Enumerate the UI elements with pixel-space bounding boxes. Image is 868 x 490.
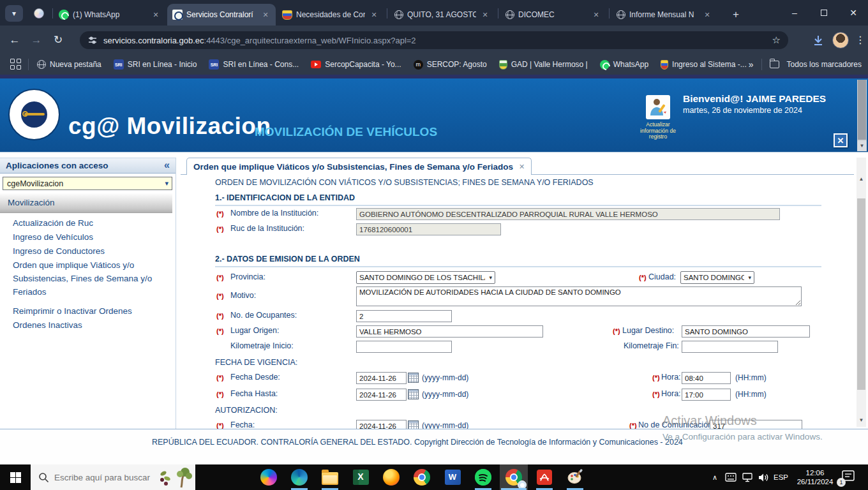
taskbar-word[interactable] [438, 464, 467, 490]
sidebar-collapse-icon[interactable]: « [164, 160, 170, 171]
outer-scrollbar[interactable]: ▼ [857, 80, 867, 151]
app-select[interactable]: cgeMovilizacion ▾ [3, 177, 172, 190]
pinned-tab[interactable] [29, 5, 49, 22]
taskbar-acrobat[interactable] [530, 464, 558, 490]
scroll-down-icon[interactable]: ▼ [857, 415, 866, 426]
tray-chevron[interactable]: ∧ [707, 464, 722, 490]
scroll-down-icon[interactable]: ▼ [857, 141, 867, 151]
page-close-button[interactable]: ✕ [834, 133, 848, 147]
taskbar-excel[interactable] [347, 464, 375, 490]
bookmark-sercop-agosto[interactable]: mSERCOP: Agosto [414, 60, 487, 70]
forward-button[interactable]: → [26, 34, 47, 47]
hora-desde-input[interactable] [682, 372, 731, 384]
tab-whatsapp[interactable]: (1) WhatsApp ✕ [54, 4, 166, 26]
tab-informe[interactable]: Informe Mensual N ✕ [611, 4, 717, 26]
tab-close-icon[interactable]: ✕ [369, 11, 379, 19]
sidebar-item-orden-viaticos[interactable]: Orden que implique Viáticos y/o Subsiste… [13, 258, 172, 299]
tab-dicomec[interactable]: DICOMEC ✕ [500, 4, 606, 26]
calendar-icon[interactable] [408, 389, 419, 399]
new-tab-button[interactable]: + [726, 4, 745, 26]
sidebar-item-reimprimir[interactable]: Reimprimir o Inactivar Ordenes [13, 304, 172, 318]
download-icon[interactable] [811, 33, 826, 48]
profile-avatar[interactable] [832, 32, 849, 48]
bookmark-star-icon[interactable]: ☆ [772, 34, 781, 46]
taskbar-firefox[interactable] [377, 464, 405, 490]
spotify-icon [475, 469, 491, 486]
update-info-avatar[interactable] [646, 95, 670, 119]
bookmark-nueva-pestana[interactable]: Nueva pestaña [37, 60, 101, 69]
address-bar[interactable]: servicios.contraloria.gob.ec:4443/cge_ar… [80, 31, 788, 49]
tab-close-icon[interactable]: ✕ [702, 11, 712, 19]
tray-volume[interactable] [758, 464, 769, 490]
ciudad-select[interactable]: SANTO DOMINGO ▾ [680, 271, 754, 284]
fecha-autorizacion-input[interactable] [356, 420, 407, 429]
taskbar-edge[interactable] [285, 464, 313, 490]
tray-clock[interactable]: 12:06 26/11/2024 [793, 464, 837, 490]
bookmark-sri-consultas[interactable]: SRISRI en Línea - Cons... [209, 59, 299, 70]
calendar-icon[interactable] [408, 420, 419, 429]
calendar-icon[interactable] [408, 373, 419, 383]
section-datos-emision: 2.- DATOS DE EMISION DE LA ORDEN [215, 255, 821, 267]
tab-close-icon[interactable]: ✕ [260, 11, 271, 19]
taskbar-search[interactable] [31, 464, 195, 490]
bookmarks-overflow-icon[interactable]: » [749, 59, 754, 70]
tab-close-icon[interactable]: ✕ [480, 11, 490, 19]
tab-close-icon[interactable]: ✕ [591, 11, 601, 19]
scroll-up-icon[interactable]: ▲ [857, 174, 866, 184]
km-fin-input[interactable] [682, 341, 778, 353]
lugar-destino-input[interactable] [682, 325, 810, 338]
all-bookmarks-label[interactable]: Todos los marcadores [787, 60, 862, 69]
hora-hasta-input[interactable] [682, 389, 731, 401]
tab-close-icon[interactable]: ✕ [151, 11, 161, 19]
km-inicio-input[interactable] [356, 341, 452, 353]
start-button[interactable] [0, 464, 31, 490]
bookmark-whatsapp[interactable]: WhatsApp [600, 60, 648, 70]
sidebar-item-actualizacion-ruc[interactable]: Actualización de Ruc [13, 216, 172, 230]
ruc-institucion-input[interactable] [356, 223, 501, 235]
bookmark-gad-valle-hermoso[interactable]: GAD | Valle Hermoso | [499, 60, 588, 70]
tray-language[interactable]: ESP [774, 464, 788, 490]
window-maximize-button[interactable] [809, 0, 839, 26]
bookmark-ingreso-sistema[interactable]: Ingreso al Sistema -... [661, 60, 747, 70]
tab-quito[interactable]: QUITO, 31 AGOSTO ✕ [389, 4, 495, 26]
taskbar-chrome[interactable] [408, 464, 436, 490]
content-scrollbar[interactable]: ▲ ▼ [857, 158, 866, 427]
lugar-origen-input[interactable] [356, 325, 543, 338]
update-info-caption[interactable]: Actualizar información de registro [635, 122, 681, 140]
bookmark-sercopcapacita[interactable]: SercopCapacita - Yo... [311, 60, 401, 69]
tray-touch-keyboard[interactable] [725, 464, 737, 490]
tab-necesidades[interactable]: Necesidades de Cor ✕ [277, 4, 384, 26]
taskbar-spotify[interactable] [469, 464, 497, 490]
taskbar-file-explorer[interactable] [316, 464, 344, 490]
taskbar: ∧ ESP 12:06 26/11/2024 1 [0, 464, 868, 490]
bookmark-sri-inicio[interactable]: SRISRI en Línea - Inicio [114, 59, 197, 70]
scrollbar-thumb[interactable] [858, 80, 866, 140]
fecha-desde-input[interactable] [356, 372, 407, 384]
window-minimize-button[interactable]: – [780, 0, 809, 26]
search-input[interactable] [54, 473, 153, 482]
menu-kebab-icon[interactable]: ⋮ [855, 34, 864, 46]
notification-center-button[interactable]: 1 [841, 470, 857, 485]
ocupantes-input[interactable] [356, 310, 452, 322]
apps-grid-icon[interactable] [10, 59, 22, 70]
sidebar-item-ingreso-vehiculos[interactable]: Ingreso de Vehículos [13, 230, 172, 244]
nombre-institucion-input[interactable] [356, 208, 780, 220]
sidebar-item-ordenes-inactivas[interactable]: Ordenes Inactivas [13, 318, 172, 332]
provincia-select[interactable]: SANTO DOMINGO DE LOS TSACHILAS ▾ [356, 271, 495, 284]
reload-button[interactable]: ↻ [47, 33, 69, 47]
tab-search-button[interactable]: ▾ [5, 5, 23, 22]
taskbar-copilot[interactable] [255, 464, 283, 490]
taskbar-chrome-profile[interactable] [500, 464, 528, 490]
tab-close-icon[interactable]: ✕ [519, 163, 525, 171]
tab-servicios-contraloria[interactable]: Servicios Contralorí ✕ [167, 4, 276, 26]
scrollbar-thumb[interactable] [857, 198, 865, 390]
fecha-hasta-input[interactable] [356, 389, 407, 401]
window-close-button[interactable]: ✕ [839, 0, 868, 26]
back-button[interactable]: ← [4, 34, 26, 47]
taskbar-paint[interactable] [561, 464, 589, 490]
sidebar-item-ingreso-conductores[interactable]: Ingreso de Conductores [13, 244, 172, 258]
tune-icon[interactable] [87, 35, 98, 45]
tray-network[interactable] [742, 464, 753, 490]
content-tab[interactable]: Orden que implique Viáticos y/o Subsiste… [186, 158, 532, 175]
motivo-textarea[interactable]: MOVILIZACIÓN DE AUTORIDADES HACIA LA CIU… [356, 286, 802, 306]
